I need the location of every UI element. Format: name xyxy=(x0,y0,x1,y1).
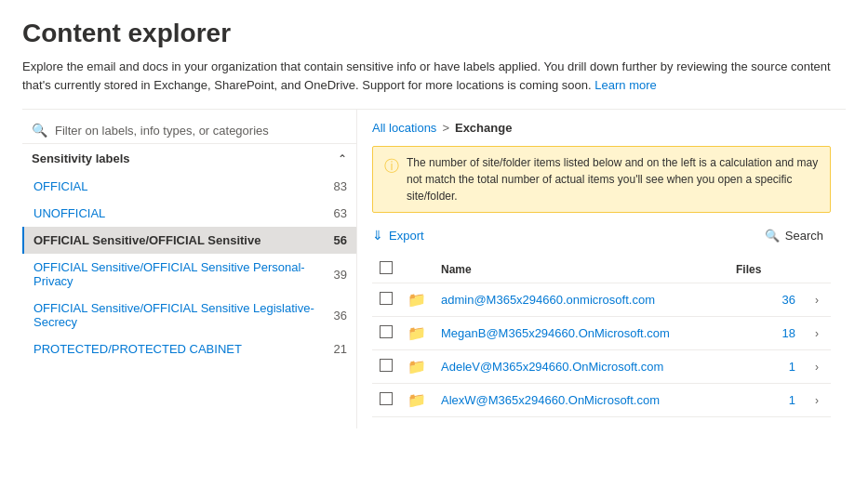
label-item-official-sensitive[interactable]: OFFICIAL Sensitive/OFFICIAL Sensitive 56 xyxy=(22,227,356,254)
search-label: Search xyxy=(785,229,823,243)
info-banner-text: The number of site/folder items listed b… xyxy=(407,154,819,204)
breadcrumb-separator: > xyxy=(442,121,449,135)
row-arrow-icon[interactable]: › xyxy=(815,394,819,407)
table-row: 📁 admin@M365x294660.onmicrosoft.com 36 › xyxy=(372,283,831,317)
filter-placeholder: Filter on labels, info types, or categor… xyxy=(55,124,269,138)
label-name: OFFICIAL Sensitive/OFFICIAL Sensitive xyxy=(33,233,260,247)
row-arrow-icon[interactable]: › xyxy=(815,294,819,307)
col-header-name: Name xyxy=(434,256,728,283)
page-description: Explore the email and docs in your organ… xyxy=(22,58,846,94)
info-banner: ⓘ The number of site/folder items listed… xyxy=(372,146,831,213)
row-checkbox[interactable] xyxy=(380,325,393,338)
export-icon: ⇓ xyxy=(372,228,383,243)
row-checkbox[interactable] xyxy=(380,292,393,305)
filter-bar[interactable]: 🔍 Filter on labels, info types, or categ… xyxy=(22,117,356,144)
page-container: Content explorer Explore the email and d… xyxy=(0,0,868,487)
folder-icon: 📁 xyxy=(407,325,426,341)
search-button[interactable]: 🔍 Search xyxy=(757,225,831,246)
breadcrumb-current: Exchange xyxy=(455,121,512,135)
row-name[interactable]: MeganB@M365x294660.OnMicrosoft.com xyxy=(441,326,670,340)
label-name: OFFICIAL Sensitive/OFFICIAL Sensitive Le… xyxy=(33,301,334,329)
row-checkbox[interactable] xyxy=(380,392,393,405)
folder-icon: 📁 xyxy=(407,392,426,408)
row-files: 18 xyxy=(782,326,795,340)
left-panel: 🔍 Filter on labels, info types, or categ… xyxy=(22,110,357,428)
row-files: 1 xyxy=(789,393,795,407)
label-name: OFFICIAL Sensitive/OFFICIAL Sensitive Pe… xyxy=(33,260,334,288)
label-count: 56 xyxy=(334,233,347,247)
page-title: Content explorer xyxy=(22,19,846,48)
export-button[interactable]: ⇓ Export xyxy=(372,224,424,246)
main-layout: 🔍 Filter on labels, info types, or categ… xyxy=(22,109,846,428)
info-icon: ⓘ xyxy=(384,155,399,178)
label-list: OFFICIAL 83 UNOFFICIAL 63 OFFICIAL Sensi… xyxy=(22,173,356,362)
label-count: 63 xyxy=(334,206,347,220)
col-header-files: Files xyxy=(728,256,803,283)
col-header-arrow xyxy=(803,256,831,283)
label-name: PROTECTED/PROTECTED CABINET xyxy=(33,342,242,356)
search-icon: 🔍 xyxy=(765,229,780,243)
right-panel: All locations > Exchange ⓘ The number of… xyxy=(357,110,846,428)
breadcrumb-all-locations[interactable]: All locations xyxy=(372,121,436,135)
table-row: 📁 AlexW@M365x294660.OnMicrosoft.com 1 › xyxy=(372,384,831,417)
section-header-label: Sensitivity labels xyxy=(32,151,130,165)
folder-icon: 📁 xyxy=(407,359,426,375)
label-count: 36 xyxy=(334,309,347,322)
col-header-check xyxy=(372,256,400,283)
learn-more-link[interactable]: Learn more xyxy=(594,78,656,92)
row-name[interactable]: AlexW@M365x294660.OnMicrosoft.com xyxy=(441,393,660,407)
label-count: 83 xyxy=(334,179,347,193)
table-row: 📁 AdeleV@M365x294660.OnMicrosoft.com 1 › xyxy=(372,350,831,384)
label-item-protected-cabinet[interactable]: PROTECTED/PROTECTED CABINET 21 xyxy=(22,336,356,362)
row-arrow-icon[interactable]: › xyxy=(815,327,819,340)
label-item-official-sensitive-legislative[interactable]: OFFICIAL Sensitive/OFFICIAL Sensitive Le… xyxy=(22,295,356,336)
content-table: Name Files 📁 admin@M365x294660.onmicroso… xyxy=(372,256,831,417)
header-checkbox[interactable] xyxy=(380,261,393,274)
filter-search-icon: 🔍 xyxy=(32,123,47,138)
label-item-official[interactable]: OFFICIAL 83 xyxy=(22,173,356,200)
label-count: 39 xyxy=(334,268,347,282)
row-arrow-icon[interactable]: › xyxy=(815,361,819,374)
table-header-row: Name Files xyxy=(372,256,831,283)
table-row: 📁 MeganB@M365x294660.OnMicrosoft.com 18 … xyxy=(372,317,831,350)
label-name: OFFICIAL xyxy=(33,179,88,193)
col-header-icon xyxy=(400,256,434,283)
chevron-up-icon: ⌃ xyxy=(338,152,347,165)
row-name[interactable]: AdeleV@M365x294660.OnMicrosoft.com xyxy=(441,360,663,374)
row-checkbox[interactable] xyxy=(380,359,393,372)
breadcrumb: All locations > Exchange xyxy=(372,121,831,135)
label-count: 21 xyxy=(334,342,347,356)
row-files: 1 xyxy=(789,360,795,374)
label-item-official-sensitive-personal[interactable]: OFFICIAL Sensitive/OFFICIAL Sensitive Pe… xyxy=(22,254,356,295)
label-item-unofficial[interactable]: UNOFFICIAL 63 xyxy=(22,200,356,227)
row-name[interactable]: admin@M365x294660.onmicrosoft.com xyxy=(441,293,655,307)
folder-icon: 📁 xyxy=(407,292,426,308)
label-name: UNOFFICIAL xyxy=(33,206,105,220)
export-label: Export xyxy=(389,229,424,243)
row-files: 36 xyxy=(782,293,795,307)
sensitivity-labels-section-header[interactable]: Sensitivity labels ⌃ xyxy=(22,144,356,173)
toolbar: ⇓ Export 🔍 Search xyxy=(372,224,831,246)
